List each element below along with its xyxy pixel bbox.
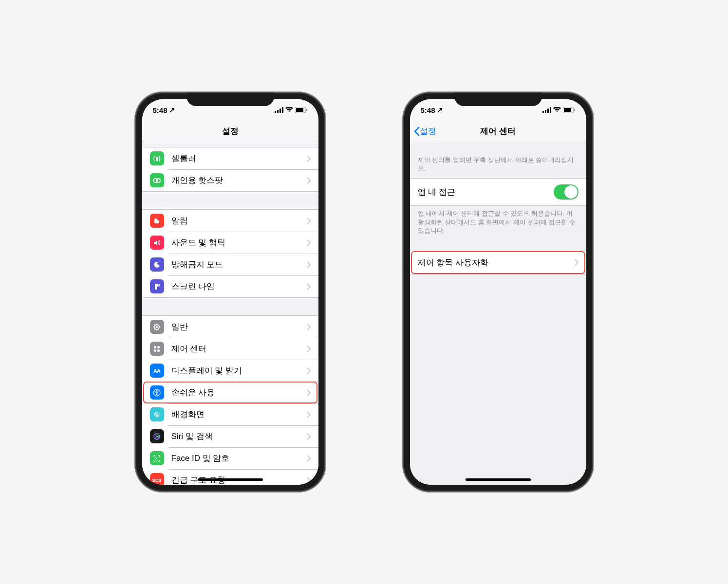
time-label: 5:48	[153, 106, 168, 114]
chevron-right-icon	[307, 477, 311, 484]
home-indicator[interactable]	[198, 478, 263, 481]
sos-icon: SOS	[150, 473, 164, 485]
settings-row-display[interactable]: AA 디스플레이 및 밝기	[142, 360, 318, 382]
svg-point-15	[156, 326, 158, 328]
phone-frame-left: 5:48 ↗ 설정	[135, 92, 325, 492]
time-label: 5:48	[421, 106, 435, 114]
cellular-icon	[150, 151, 164, 165]
row-label: 제어 항목 사용자화	[418, 257, 575, 268]
accessibility-icon	[150, 385, 164, 400]
settings-row-dnd[interactable]: 방해금지 모드	[142, 254, 318, 275]
back-button[interactable]: 설정	[414, 126, 436, 137]
svg-rect-30	[545, 110, 546, 113]
row-label: Face ID 및 암호	[171, 453, 307, 464]
battery-icon	[295, 107, 308, 113]
chevron-right-icon	[307, 346, 311, 352]
svg-rect-2	[280, 109, 281, 113]
svg-rect-7	[156, 157, 158, 161]
svg-rect-29	[542, 111, 544, 113]
settings-group: 일반 제어 센터 AA 디스플레이 및 밝기	[142, 315, 318, 485]
row-label: 배경화면	[171, 409, 307, 420]
display-icon: AA	[150, 364, 164, 378]
svg-rect-31	[547, 109, 549, 113]
toggle-switch[interactable]	[554, 184, 579, 200]
settings-row-customize-controls[interactable]: 제어 항목 사용자화	[410, 251, 586, 274]
chevron-right-icon	[307, 433, 311, 440]
settings-row-accessibility[interactable]: 손쉬운 사용	[142, 382, 318, 403]
chevron-right-icon	[307, 367, 311, 374]
svg-rect-1	[277, 110, 279, 113]
screentime-icon	[150, 279, 164, 293]
siri-icon	[150, 429, 164, 443]
settings-list[interactable]: 셀룰러 개인용 핫스팟 알림	[142, 142, 318, 485]
chevron-right-icon	[307, 283, 311, 290]
chevron-right-icon	[307, 155, 311, 162]
svg-rect-0	[275, 111, 276, 113]
settings-row-notifications[interactable]: 알림	[142, 210, 318, 232]
phone-frame-right: 5:48 ↗ 설정 제어 센터 제어	[403, 92, 593, 492]
svg-point-21	[156, 390, 158, 391]
notch	[454, 92, 542, 106]
page-title: 제어 센터	[480, 126, 516, 137]
chevron-right-icon	[307, 455, 311, 462]
settings-row-wallpaper[interactable]: 배경화면	[142, 403, 318, 425]
nav-bar: 설정	[142, 121, 318, 142]
settings-row-access-in-apps[interactable]: 앱 내 접근	[410, 179, 586, 205]
svg-point-27	[155, 457, 156, 458]
signal-icon	[542, 107, 551, 113]
status-icons	[275, 107, 308, 113]
settings-row-general[interactable]: 일반	[142, 316, 318, 338]
chevron-right-icon	[307, 324, 311, 330]
chevron-right-icon	[307, 411, 311, 418]
page-title: 설정	[222, 126, 239, 137]
home-indicator[interactable]	[466, 478, 531, 481]
svg-rect-17	[157, 346, 160, 348]
status-icons	[542, 107, 576, 113]
svg-rect-34	[564, 108, 571, 112]
row-label: 앱 내 접근	[418, 186, 554, 198]
settings-row-screentime[interactable]: 스크린 타임	[142, 275, 318, 297]
section-footer: 앱 내에서 제어 센터에 접근할 수 있도록 허용합니다. 비활성화된 상태에서…	[410, 206, 586, 239]
settings-group: 제어 항목 사용자화	[410, 251, 586, 274]
nav-bar: 설정 제어 센터	[410, 121, 586, 142]
row-label: 방해금지 모드	[171, 259, 307, 270]
chevron-right-icon	[307, 177, 311, 184]
status-time: 5:48 ↗	[153, 106, 175, 114]
row-label: 셀룰러	[171, 153, 307, 164]
settings-row-sos[interactable]: SOS 긴급 구조 요청	[142, 469, 318, 485]
chevron-right-icon	[307, 389, 311, 396]
location-arrow-icon: ↗	[437, 106, 443, 114]
row-label: 사운드 및 햅틱	[171, 237, 307, 248]
chevron-right-icon	[307, 261, 311, 268]
phone-screen-left: 5:48 ↗ 설정	[142, 99, 318, 485]
row-label: 개인용 핫스팟	[171, 175, 307, 186]
notifications-icon	[150, 214, 164, 228]
section-intro: 제어 센터를 열려면 우측 상단에서 아래로 쓸어내리십시오.	[410, 142, 586, 178]
row-label: 제어 센터	[171, 343, 307, 354]
dnd-icon	[150, 257, 164, 272]
settings-row-hotspot[interactable]: 개인용 핫스팟	[142, 169, 318, 191]
svg-rect-32	[550, 107, 551, 113]
row-label: 일반	[171, 321, 307, 332]
settings-row-sounds[interactable]: 사운드 및 햅틱	[142, 232, 318, 254]
control-center-settings[interactable]: 제어 센터를 열려면 우측 상단에서 아래로 쓸어내리십시오. 앱 내 접근 앱…	[410, 142, 586, 485]
svg-rect-5	[296, 108, 303, 112]
svg-rect-6	[306, 109, 307, 111]
row-label: 알림	[171, 215, 307, 226]
settings-row-siri[interactable]: Siri 및 검색	[142, 425, 318, 447]
status-time: 5:48 ↗	[421, 106, 443, 114]
wifi-icon	[553, 107, 561, 113]
chevron-right-icon	[575, 259, 579, 266]
control-center-icon	[150, 342, 164, 356]
chevron-right-icon	[307, 218, 311, 224]
hotspot-icon	[150, 173, 164, 187]
svg-rect-18	[154, 349, 156, 352]
row-label: 스크린 타임	[171, 281, 307, 292]
general-icon	[150, 320, 164, 334]
svg-rect-19	[157, 349, 160, 352]
settings-row-control-center[interactable]: 제어 센터	[142, 338, 318, 360]
settings-row-faceid[interactable]: Face ID 및 암호	[142, 447, 318, 469]
signal-icon	[275, 107, 283, 113]
settings-row-cellular[interactable]: 셀룰러	[142, 147, 318, 169]
row-label: Siri 및 검색	[171, 431, 307, 442]
